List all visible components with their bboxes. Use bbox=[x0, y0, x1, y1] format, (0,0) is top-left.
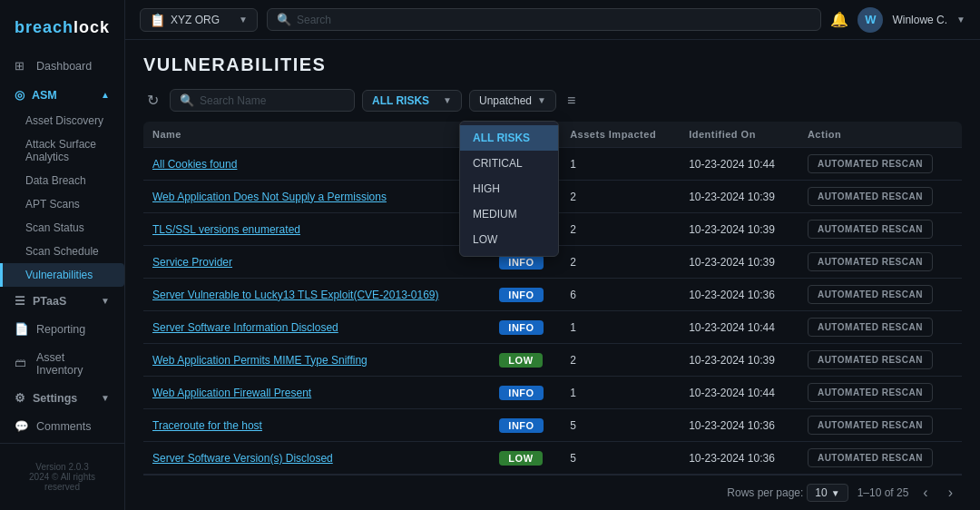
comments-icon: 💬 bbox=[15, 419, 29, 434]
sidebar-item-label: Asset Inventory bbox=[36, 351, 110, 377]
vuln-name-link[interactable]: Service Provider bbox=[152, 256, 232, 269]
risk-badge: INFO bbox=[499, 320, 543, 335]
content-area: VULNERABILITIES ↻ 🔍 ALL RISKS ▼ ALL RISK… bbox=[125, 40, 980, 510]
vuln-action-cell: AUTOMATED RESCAN bbox=[799, 409, 962, 442]
dropdown-item-critical[interactable]: CRITICAL bbox=[460, 151, 558, 176]
vuln-name-link[interactable]: Web Application Does Not Supply a Permis… bbox=[152, 191, 387, 203]
dropdown-item-low[interactable]: LOW bbox=[460, 227, 558, 252]
dropdown-item-medium[interactable]: MEDIUM bbox=[460, 201, 558, 227]
vuln-risk-cell: INFO bbox=[490, 377, 561, 409]
user-chevron-icon[interactable]: ▼ bbox=[956, 15, 965, 25]
sidebar-sub-label: Scan Schedule bbox=[25, 245, 99, 258]
vuln-name-cell: Service Provider bbox=[143, 246, 490, 279]
search-name-input[interactable] bbox=[200, 94, 345, 107]
sidebar-sub-label: APT Scans bbox=[25, 198, 80, 211]
vuln-action-cell: AUTOMATED RESCAN bbox=[799, 148, 962, 181]
rows-per-page-select[interactable]: 10 ▼ bbox=[807, 484, 848, 502]
version-text: Version 2.0.3 2024 © All rights reserved bbox=[0, 455, 124, 499]
table-row: Traceroute for the host INFO 5 10-23-202… bbox=[143, 409, 962, 442]
unpatched-label: Unpatched bbox=[479, 94, 532, 107]
automated-rescan-button[interactable]: AUTOMATED RESCAN bbox=[808, 350, 933, 369]
sidebar-item-asm[interactable]: ◎ ASM ▲ bbox=[0, 81, 124, 109]
sidebar-item-asset-discovery[interactable]: Asset Discovery bbox=[0, 109, 124, 132]
sort-button[interactable]: ≡ bbox=[564, 89, 579, 113]
vuln-name-link[interactable]: Server Software Information Disclosed bbox=[152, 321, 338, 334]
page-title: VULNERABILITIES bbox=[143, 54, 962, 75]
org-selector[interactable]: 📋 XYZ ORG ▼ bbox=[140, 8, 258, 32]
sidebar-item-asset-inventory[interactable]: 🗃 Asset Inventory bbox=[0, 344, 124, 384]
vuln-assets-cell: 5 bbox=[561, 409, 680, 442]
sidebar-item-scan-schedule[interactable]: Scan Schedule bbox=[0, 240, 124, 263]
next-page-button[interactable]: › bbox=[943, 483, 958, 503]
vuln-assets-cell: 6 bbox=[561, 279, 680, 311]
risk-badge: INFO bbox=[499, 418, 543, 433]
vuln-name-cell: Server Software Information Disclosed bbox=[143, 311, 490, 344]
prev-page-button[interactable]: ‹ bbox=[917, 483, 933, 503]
refresh-button[interactable]: ↻ bbox=[143, 88, 162, 113]
vuln-name-link[interactable]: Server Software Version(s) Disclosed bbox=[152, 452, 333, 465]
vuln-name-cell: Traceroute for the host bbox=[143, 409, 490, 442]
vuln-name-cell: Web Application Permits MIME Type Sniffi… bbox=[143, 344, 490, 377]
dropdown-item-high[interactable]: HIGH bbox=[460, 176, 558, 201]
vuln-name-link[interactable]: TLS/SSL versions enumerated bbox=[152, 223, 300, 236]
rows-per-page-label: Rows per page: bbox=[727, 486, 803, 499]
asset-inventory-icon: 🗃 bbox=[15, 357, 29, 371]
automated-rescan-button[interactable]: AUTOMATED RESCAN bbox=[808, 220, 933, 239]
vuln-assets-cell: 2 bbox=[561, 344, 680, 377]
risk-filter-dropdown[interactable]: ALL RISKS ▼ bbox=[362, 90, 462, 112]
vuln-risk-cell: LOW bbox=[490, 344, 561, 377]
asm-icon: ◎ bbox=[15, 88, 24, 102]
sidebar-sub-label: Data Breach bbox=[25, 174, 86, 187]
automated-rescan-button[interactable]: AUTOMATED RESCAN bbox=[808, 383, 933, 402]
automated-rescan-button[interactable]: AUTOMATED RESCAN bbox=[808, 448, 933, 467]
automated-rescan-button[interactable]: AUTOMATED RESCAN bbox=[808, 285, 933, 304]
sidebar-item-attack-surface[interactable]: Attack Surface Analytics bbox=[0, 132, 124, 169]
dropdown-item-all-risks[interactable]: ALL RISKS bbox=[460, 125, 558, 151]
vuln-name-link[interactable]: Web Application Firewall Present bbox=[152, 387, 311, 399]
sidebar-item-settings[interactable]: ⚙ Settings ▼ bbox=[0, 384, 124, 412]
vuln-name-link[interactable]: Web Application Permits MIME Type Sniffi… bbox=[152, 354, 368, 367]
sidebar-item-ptaas[interactable]: ☰ PTaaS ▼ bbox=[0, 287, 124, 315]
sidebar-sub-label: Asset Discovery bbox=[25, 114, 103, 127]
asm-chevron-icon: ▲ bbox=[101, 90, 110, 100]
org-chevron-icon: ▼ bbox=[239, 15, 248, 25]
avatar[interactable]: W bbox=[858, 7, 883, 33]
vuln-name-cell: Server Software Version(s) Disclosed bbox=[143, 442, 490, 475]
vuln-identified-cell: 10-23-2024 10:39 bbox=[680, 344, 799, 377]
vuln-action-cell: AUTOMATED RESCAN bbox=[799, 377, 962, 409]
unpatched-filter-button[interactable]: Unpatched ▼ bbox=[469, 90, 556, 112]
vuln-name-link[interactable]: Traceroute for the host bbox=[152, 419, 262, 432]
sidebar-item-scan-status[interactable]: Scan Status bbox=[0, 216, 124, 240]
automated-rescan-button[interactable]: AUTOMATED RESCAN bbox=[808, 187, 933, 206]
vuln-name-link[interactable]: All Cookies found bbox=[152, 158, 237, 171]
vuln-identified-cell: 10-23-2024 10:36 bbox=[680, 409, 799, 442]
col-identified-on: Identified On bbox=[680, 122, 799, 148]
vuln-name-link[interactable]: Server Vulnerable to Lucky13 TLS Exploit… bbox=[152, 289, 439, 301]
search-name-field: 🔍 bbox=[170, 89, 355, 112]
sidebar-item-comments[interactable]: 💬 Comments bbox=[0, 412, 124, 441]
table-row: Web Application Firewall Present INFO 1 … bbox=[143, 377, 962, 409]
sidebar-item-label: PTaaS bbox=[33, 295, 66, 308]
sidebar-item-apt-scans[interactable]: APT Scans bbox=[0, 192, 124, 216]
reporting-icon: 📄 bbox=[15, 322, 29, 337]
topbar: 📋 XYZ ORG ▼ 🔍 🔔 W Winlowe C. ▼ bbox=[125, 0, 980, 40]
notification-icon[interactable]: 🔔 bbox=[830, 11, 848, 28]
topbar-search-input[interactable] bbox=[297, 14, 811, 26]
automated-rescan-button[interactable]: AUTOMATED RESCAN bbox=[808, 318, 933, 337]
sidebar-item-data-breach[interactable]: Data Breach bbox=[0, 169, 124, 192]
automated-rescan-button[interactable]: AUTOMATED RESCAN bbox=[808, 252, 933, 271]
table-row: Server Software Version(s) Disclosed LOW… bbox=[143, 442, 962, 475]
vuln-identified-cell: 10-23-2024 10:36 bbox=[680, 442, 799, 475]
vuln-identified-cell: 10-23-2024 10:39 bbox=[680, 246, 799, 279]
sidebar-item-reporting[interactable]: 📄 Reporting bbox=[0, 315, 124, 344]
sidebar-nav: ⊞ Dashboard ◎ ASM ▲ Asset Discovery Atta… bbox=[0, 52, 124, 443]
sidebar-item-dashboard[interactable]: ⊞ Dashboard bbox=[0, 52, 124, 81]
vuln-assets-cell: 2 bbox=[561, 213, 680, 246]
org-icon: 📋 bbox=[150, 13, 165, 27]
risk-filter-chevron-icon: ▼ bbox=[443, 95, 452, 105]
sidebar-item-label: ASM bbox=[32, 89, 57, 102]
automated-rescan-button[interactable]: AUTOMATED RESCAN bbox=[808, 416, 933, 435]
vuln-action-cell: AUTOMATED RESCAN bbox=[799, 279, 962, 311]
sidebar-item-vulnerabilities[interactable]: Vulnerabilities bbox=[0, 263, 124, 287]
automated-rescan-button[interactable]: AUTOMATED RESCAN bbox=[808, 154, 933, 173]
